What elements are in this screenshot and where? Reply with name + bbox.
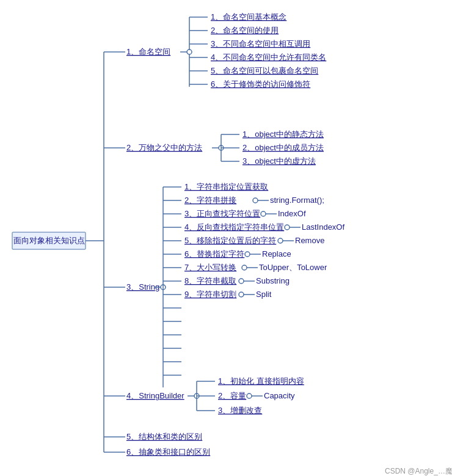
svg-text:1、object中的静态方法: 1、object中的静态方法 [242, 130, 324, 139]
root-label: 面向对象相关知识点 [13, 236, 85, 245]
svg-text:ToUpper、ToLower: ToUpper、ToLower [259, 263, 327, 272]
svg-point-77 [239, 279, 244, 284]
svg-text:3、不同命名空间中相互调用: 3、不同命名空间中相互调用 [211, 39, 310, 48]
svg-text:string.Format();: string.Format(); [270, 196, 324, 205]
mindmap-container: 面向对象相关知识点 1、命名空间基本概念 2、命名空间的使用 3、不同命名空间中… [6, 6, 446, 471]
svg-point-34 [161, 285, 166, 290]
svg-text:Capacity: Capacity [264, 391, 295, 400]
svg-rect-0 [12, 232, 86, 249]
svg-point-87 [194, 394, 199, 398]
svg-text:LastIndexOf: LastIndexOf [302, 222, 344, 232]
svg-point-61 [285, 225, 290, 230]
svg-text:2、object中的成员方法: 2、object中的成员方法 [242, 143, 324, 152]
svg-text:8、字符串截取: 8、字符串截取 [184, 276, 236, 285]
svg-text:Split: Split [256, 290, 272, 299]
svg-text:3、object中的虚方法: 3、object中的虚方法 [242, 156, 316, 166]
svg-text:Substring: Substring [256, 276, 290, 285]
svg-text:5、移除指定位置后的字符: 5、移除指定位置后的字符 [184, 236, 276, 245]
svg-text:2、字符串拼接: 2、字符串拼接 [184, 196, 236, 205]
svg-text:1、字符串指定位置获取: 1、字符串指定位置获取 [184, 182, 268, 191]
svg-text:3、String: 3、String [126, 282, 159, 291]
svg-text:3、正向查找字符位置: 3、正向查找字符位置 [184, 209, 260, 218]
svg-point-73 [242, 265, 247, 270]
svg-text:2、命名空间的使用: 2、命名空间的使用 [211, 26, 279, 35]
svg-text:4、StringBuilder: 4、StringBuilder [126, 391, 184, 400]
svg-text:1、命名空间: 1、命名空间 [126, 47, 170, 56]
svg-text:6、抽象类和接口的区别: 6、抽象类和接口的区别 [126, 447, 210, 456]
svg-text:1、命名空间基本概念: 1、命名空间基本概念 [211, 12, 286, 21]
svg-text:7、大小写转换: 7、大小写转换 [184, 263, 236, 272]
svg-point-53 [253, 198, 258, 203]
watermark: CSDN @Angle_…魔君 [385, 467, 452, 475]
svg-text:3、增删改查: 3、增删改查 [218, 406, 262, 415]
svg-point-65 [278, 238, 283, 243]
svg-text:2、容量: 2、容量 [218, 391, 246, 400]
svg-text:4、反向查找指定字符串位置: 4、反向查找指定字符串位置 [184, 222, 284, 232]
svg-point-81 [239, 292, 244, 297]
svg-text:IndexOf: IndexOf [278, 209, 306, 218]
svg-point-57 [261, 211, 266, 216]
svg-point-94 [247, 394, 252, 398]
svg-text:5、结构体和类的区别: 5、结构体和类的区别 [126, 432, 202, 441]
svg-text:2、万物之父中的方法: 2、万物之父中的方法 [126, 143, 202, 152]
svg-point-12 [187, 49, 192, 54]
svg-text:6、关于修饰类的访问修饰符: 6、关于修饰类的访问修饰符 [211, 79, 310, 89]
svg-text:4、不同命名空间中允许有同类名: 4、不同命名空间中允许有同类名 [211, 53, 326, 62]
svg-text:1、初始化 直接指明内容: 1、初始化 直接指明内容 [218, 376, 304, 386]
svg-text:9、字符串切割: 9、字符串切割 [184, 290, 236, 299]
svg-text:6、替换指定字符: 6、替换指定字符 [184, 249, 244, 258]
svg-text:Remove: Remove [295, 236, 324, 245]
svg-text:Replace: Replace [262, 249, 291, 258]
svg-point-23 [219, 145, 224, 150]
mindmap-svg: 面向对象相关知识点 1、命名空间基本概念 2、命名空间的使用 3、不同命名空间中… [6, 6, 452, 476]
svg-point-69 [245, 252, 250, 257]
svg-text:5、命名空间可以包裹命名空间: 5、命名空间可以包裹命名空间 [211, 66, 318, 75]
